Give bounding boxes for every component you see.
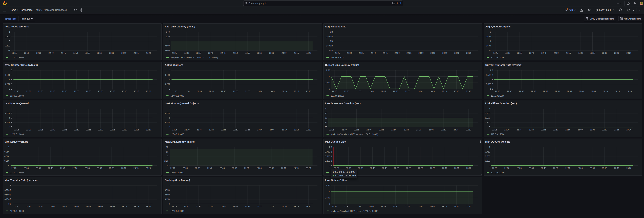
svg-text:23:00: 23:00 <box>578 52 583 54</box>
svg-text:22:40: 22:40 <box>50 90 55 92</box>
svg-text:1 B: 1 B <box>9 69 12 72</box>
svg-text:-1: -1 <box>489 49 491 52</box>
svg-text:23:20: 23:20 <box>306 90 311 92</box>
svg-text:Link Offline Duration (sec): Link Offline Duration (sec) <box>485 102 517 105</box>
svg-text:1: 1 <box>489 146 490 148</box>
svg-text:22:30: 22:30 <box>182 167 188 169</box>
svg-text:22:50: 22:50 <box>393 205 398 208</box>
svg-text:-1 B: -1 B <box>329 49 333 52</box>
svg-text:22:45: 22:45 <box>62 205 66 208</box>
svg-text:23:05: 23:05 <box>269 52 274 54</box>
svg-text:23:05: 23:05 <box>269 167 274 169</box>
svg-text:22:35: 22:35 <box>516 167 522 169</box>
svg-text:23:15: 23:15 <box>614 52 619 54</box>
svg-text:Last Minute Queued Objects: Last Minute Queued Objects <box>165 102 199 105</box>
svg-text:22:50: 22:50 <box>555 90 560 92</box>
svg-text:22:35: 22:35 <box>196 90 202 92</box>
svg-text:23:05: 23:05 <box>430 52 436 54</box>
svg-text:23:05: 23:05 <box>590 129 595 131</box>
svg-text:1: 1 <box>489 107 490 110</box>
svg-text:0.250 B: 0.250 B <box>325 160 332 162</box>
svg-text:22:30: 22:30 <box>342 129 346 131</box>
svg-text:22:25: 22:25 <box>495 90 500 92</box>
svg-text:22:25: 22:25 <box>332 205 337 208</box>
svg-text:0 B: 0 B <box>329 164 332 167</box>
svg-text:0: 0 <box>169 117 170 119</box>
svg-text:22:55: 22:55 <box>566 52 571 54</box>
svg-text:23:00: 23:00 <box>418 52 424 54</box>
svg-text:22:55: 22:55 <box>245 129 250 131</box>
svg-text:0.500: 0.500 <box>486 36 491 38</box>
svg-text:1.50: 1.50 <box>326 69 330 72</box>
svg-text:23:05: 23:05 <box>430 205 434 208</box>
svg-text:23:00: 23:00 <box>579 90 584 92</box>
svg-text:22:50: 22:50 <box>394 52 400 54</box>
svg-text:Max Transfer Rate (per sec): Max Transfer Rate (per sec) <box>4 179 38 181</box>
svg-text:22:25: 22:25 <box>12 167 16 169</box>
svg-text:23:05: 23:05 <box>110 129 115 131</box>
svg-text:1: 1 <box>169 107 170 110</box>
svg-text:-0.500 B: -0.500 B <box>486 83 493 85</box>
svg-text:22:30: 22:30 <box>505 52 510 54</box>
svg-text:23:00: 23:00 <box>98 129 103 131</box>
svg-text:-0.500: -0.500 <box>164 83 170 85</box>
svg-text:23:15: 23:15 <box>614 90 620 92</box>
svg-text:23:10: 23:10 <box>442 52 448 54</box>
svg-text:22:55: 22:55 <box>405 90 410 92</box>
svg-text:127.0.0.1:9000: 127.0.0.1:9000 <box>170 210 184 212</box>
svg-text:22:35: 22:35 <box>36 52 41 54</box>
svg-text:23:15: 23:15 <box>454 90 459 92</box>
svg-text:22:50: 22:50 <box>233 205 238 208</box>
svg-text:0: 0 <box>8 164 10 167</box>
svg-text:23:10: 23:10 <box>122 205 127 208</box>
svg-text:22:45: 22:45 <box>543 90 548 92</box>
svg-text:Search or jump to...: Search or jump to... <box>248 2 269 5</box>
svg-text:-1: -1 <box>8 49 10 52</box>
svg-text:22:30: 22:30 <box>24 52 29 54</box>
svg-text:0.500: 0.500 <box>4 155 10 158</box>
svg-text:0.500 B: 0.500 B <box>325 155 332 158</box>
svg-text:30: 30 <box>325 117 327 119</box>
svg-text:22:30: 22:30 <box>344 205 349 208</box>
svg-text:10: 10 <box>166 146 168 148</box>
svg-text:22:45: 22:45 <box>220 167 224 169</box>
svg-text:1 B: 1 B <box>8 184 12 187</box>
svg-text:22:30: 22:30 <box>184 90 190 92</box>
svg-text:23:05: 23:05 <box>110 90 115 92</box>
svg-text:23:15: 23:15 <box>614 129 619 131</box>
svg-text:22:45: 22:45 <box>541 52 546 54</box>
svg-text:Last Minute Queued: Last Minute Queued <box>4 102 28 105</box>
svg-text:0: 0 <box>329 203 330 205</box>
svg-text:-1 B: -1 B <box>489 88 493 90</box>
svg-text:22:25: 22:25 <box>492 129 497 131</box>
svg-text:23:10: 23:10 <box>442 205 447 208</box>
svg-text:5: 5 <box>167 155 168 158</box>
svg-text:22:50: 22:50 <box>232 167 237 169</box>
svg-text:0.500 B: 0.500 B <box>326 36 333 38</box>
svg-text:23:15: 23:15 <box>134 167 138 169</box>
svg-text:1: 1 <box>329 75 330 78</box>
svg-text:22:55: 22:55 <box>85 52 90 54</box>
svg-text:23:10: 23:10 <box>441 129 446 131</box>
svg-text:-0.500: -0.500 <box>164 121 170 124</box>
svg-text:22:35: 22:35 <box>354 129 359 131</box>
svg-text:1 B: 1 B <box>490 69 493 72</box>
svg-text:22:35: 22:35 <box>38 205 42 208</box>
svg-text:7.50: 7.50 <box>164 151 168 153</box>
svg-text:23:00: 23:00 <box>257 129 262 131</box>
svg-text:0.250: 0.250 <box>485 121 490 124</box>
svg-text:127.0.0.1:9000: 127.0.0.1:9000 <box>10 56 24 59</box>
svg-text:0.500 B: 0.500 B <box>6 74 12 76</box>
svg-text:23:20: 23:20 <box>306 129 311 131</box>
svg-text:23:15: 23:15 <box>454 205 459 208</box>
svg-text:23:20: 23:20 <box>306 205 311 208</box>
svg-text:23:20: 23:20 <box>466 90 471 92</box>
svg-text:22:40: 22:40 <box>50 129 55 131</box>
svg-text:Avg. Transfer Rate (bytes/s): Avg. Transfer Rate (bytes/s) <box>4 63 38 66</box>
svg-text:23:10: 23:10 <box>282 90 287 92</box>
svg-text:23:20: 23:20 <box>466 52 471 54</box>
svg-text:22:50: 22:50 <box>394 167 399 169</box>
svg-text:22:55: 22:55 <box>245 90 250 92</box>
svg-text:0: 0 <box>168 203 170 205</box>
svg-text:22:30: 22:30 <box>24 167 29 169</box>
